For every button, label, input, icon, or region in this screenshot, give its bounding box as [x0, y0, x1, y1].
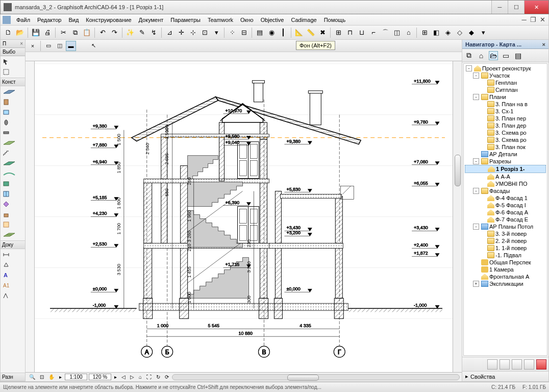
maximize-button[interactable]: ☐ — [508, 1, 524, 14]
layer-icon[interactable]: ▤ — [254, 27, 265, 38]
menu-документ[interactable]: Документ — [135, 16, 167, 24]
app-menu-icon[interactable] — [3, 16, 11, 24]
navbtn2[interactable] — [500, 359, 510, 370]
view2-icon[interactable]: ◧ — [431, 27, 442, 38]
snap5-icon[interactable]: ▾ — [211, 27, 222, 38]
snap4-icon[interactable]: ⊡ — [199, 27, 210, 38]
mq2-icon[interactable]: ◫ — [55, 41, 65, 51]
tool-b-icon[interactable]: ⊓ — [344, 27, 356, 38]
menu-параметры[interactable]: Параметры — [167, 16, 204, 24]
undo-icon[interactable]: ↶ — [97, 27, 108, 38]
tree-item[interactable]: АР Детали — [465, 151, 546, 158]
paste-icon[interactable]: 📋 — [81, 27, 92, 38]
navbtn4[interactable] — [524, 359, 534, 370]
tree-item[interactable]: 3. Схема ро — [465, 136, 546, 143]
fit-icon[interactable]: ⛶ — [145, 374, 153, 380]
vertical-scrollbar[interactable] — [453, 61, 462, 372]
tree-item[interactable]: 3. Сх-1 — [465, 108, 546, 115]
slab-tool[interactable] — [2, 138, 24, 148]
align-icon[interactable]: ┃ — [278, 27, 289, 38]
tree-item[interactable]: 3. 3-й повер — [465, 230, 546, 237]
view4-icon[interactable]: ◇ — [454, 27, 465, 38]
shell-tool[interactable] — [2, 169, 24, 178]
drawing-canvas[interactable]: А Б В Г 1 000 5 545 4 335 10 880 +9,380+… — [35, 61, 453, 372]
tree-item[interactable]: 1 Камера — [465, 266, 546, 273]
scale-input[interactable] — [65, 374, 87, 380]
tree-item[interactable]: -Участок — [465, 72, 546, 79]
close-button[interactable]: ✕ — [524, 1, 548, 14]
mdi-minimize-icon[interactable]: ─ — [520, 16, 528, 23]
menu-конструирование[interactable]: Конструирование — [82, 16, 135, 24]
stair-tool[interactable] — [2, 149, 24, 158]
nav-properties[interactable]: Свойства — [462, 371, 548, 381]
tree-item[interactable]: Ф-5 Фасад I — [465, 202, 546, 209]
tree-item[interactable]: +Экспликации — [465, 280, 546, 287]
wand-icon[interactable]: ✨ — [124, 27, 136, 38]
tree-item[interactable]: Генплан — [465, 79, 546, 86]
close-tab-icon[interactable]: × — [28, 41, 38, 51]
marker-icon[interactable]: ◉ — [266, 27, 277, 38]
menu-objective[interactable]: Objective — [257, 16, 288, 24]
mesh-tool[interactable] — [2, 230, 24, 239]
tree-item[interactable]: -Фасады — [465, 187, 546, 194]
eyedrop-icon[interactable]: ↯ — [148, 27, 159, 38]
grid-icon[interactable]: ⁘ — [227, 27, 238, 38]
mdi-restore-icon[interactable]: ❐ — [529, 16, 537, 23]
menu-редактор[interactable]: Редактор — [34, 16, 65, 24]
refr-icon[interactable]: ⟳ — [163, 374, 170, 380]
tree-item[interactable]: -АР Планы Потол — [465, 223, 546, 230]
tree-item[interactable]: Общая Перспек — [465, 259, 546, 266]
view5-icon[interactable]: ◆ — [466, 27, 477, 38]
skylight-tool[interactable] — [2, 179, 24, 188]
nav-close-icon[interactable]: × — [542, 41, 545, 47]
zoom-icon[interactable]: 🔍 — [28, 374, 37, 380]
tree-item[interactable]: УМОВНІ ПО — [465, 180, 546, 187]
nav-tab-home-icon[interactable]: ⌂ — [477, 51, 486, 60]
navbtn-del[interactable] — [536, 359, 546, 370]
navbtn3[interactable] — [512, 359, 522, 370]
print-icon[interactable]: 🖨 — [42, 27, 53, 38]
tool-d-icon[interactable]: ⌐ — [368, 27, 379, 38]
fill-tool[interactable] — [2, 291, 24, 300]
home-icon[interactable]: ⌂ — [137, 374, 143, 380]
tree-item[interactable]: -Разрезы — [465, 158, 546, 165]
view3-icon[interactable]: ◈ — [442, 27, 454, 38]
save-icon[interactable]: 💾 — [30, 27, 41, 38]
wall-tool[interactable] — [2, 87, 24, 96]
menu-файл[interactable]: Файл — [13, 16, 34, 24]
zone-tool[interactable] — [2, 220, 24, 229]
tree-item[interactable]: 3. План дер — [465, 122, 546, 129]
mq3-icon[interactable]: ▬ — [66, 41, 76, 51]
tool-g-icon[interactable]: ⌂ — [403, 27, 414, 38]
menu-cadimage[interactable]: Cadimage — [287, 16, 320, 24]
tree-item[interactable]: Ф-6 Фасад А — [465, 209, 546, 216]
tool-a-icon[interactable]: ⊞ — [333, 27, 344, 38]
pan-icon[interactable]: ✋ — [47, 374, 56, 380]
tree-item[interactable]: 3. План пер — [465, 115, 546, 122]
ruler-icon[interactable]: 📏 — [305, 27, 316, 38]
arrow-tool[interactable] — [2, 57, 24, 66]
tree-item[interactable]: 3. План пок — [465, 143, 546, 151]
dim-tool[interactable] — [2, 250, 24, 259]
tree-item[interactable]: Ф-4 Фасад 1 — [465, 194, 546, 202]
curtain-tool[interactable] — [2, 189, 24, 199]
snap2-icon[interactable]: ✛ — [176, 27, 187, 38]
next-icon[interactable]: ▷ — [129, 374, 136, 380]
text-tool[interactable]: A — [2, 271, 24, 280]
tree-item[interactable]: -Плани — [465, 93, 546, 101]
open-icon[interactable]: 📂 — [14, 27, 26, 38]
minimize-button[interactable]: ─ — [491, 1, 508, 14]
tree-item[interactable]: 1. 1-й повер — [465, 244, 546, 252]
morph-tool[interactable] — [2, 200, 24, 209]
tree-item[interactable]: А А-А — [465, 173, 546, 180]
rot-icon[interactable]: ↻ — [155, 374, 162, 380]
snap1-icon[interactable]: ⊿ — [164, 27, 175, 38]
palette-close-icon[interactable]: × — [20, 41, 23, 46]
tree-item[interactable]: Фронтальная А — [465, 273, 546, 280]
roof-tool[interactable] — [2, 159, 24, 168]
view6-icon[interactable]: ▾ — [478, 27, 489, 38]
navbtn1[interactable] — [487, 359, 497, 370]
marquee-tool[interactable] — [2, 67, 24, 77]
new-icon[interactable]: 🗋 — [3, 27, 14, 38]
tree-item[interactable]: 3. Схема ро — [465, 129, 546, 136]
